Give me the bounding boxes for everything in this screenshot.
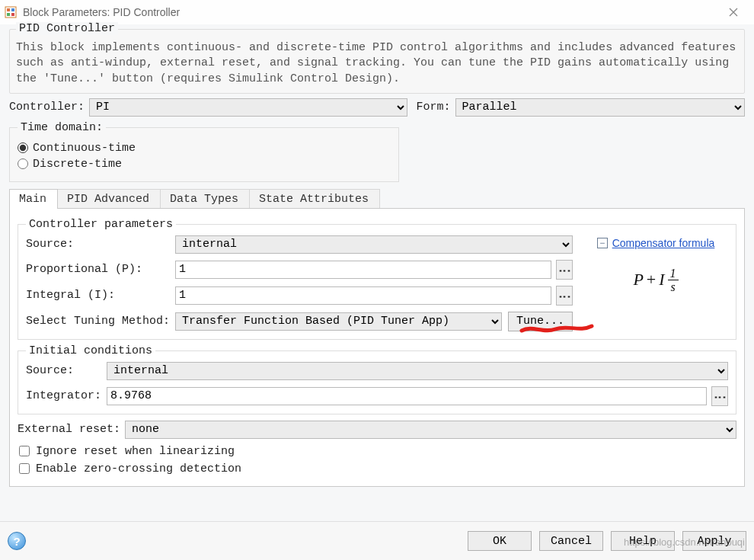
ic-source-label: Source:	[26, 364, 102, 377]
cancel-button[interactable]: Cancel	[539, 531, 603, 551]
bottom-bar: ? OK Cancel Help Apply	[0, 521, 754, 560]
app-icon	[5, 6, 17, 18]
form-select[interactable]: Parallel	[455, 98, 745, 117]
apply-button[interactable]: Apply	[682, 531, 746, 551]
source-select[interactable]: internal	[175, 235, 573, 254]
svg-rect-1	[7, 8, 10, 11]
continuous-time-radio[interactable]	[18, 142, 28, 153]
collapse-icon[interactable]: −	[597, 238, 608, 248]
external-reset-select[interactable]: none	[125, 421, 736, 439]
integrator-more-button[interactable]: ⋮	[711, 386, 728, 406]
tab-strip: Main PID Advanced Data Types State Attri…	[9, 188, 745, 208]
zero-crossing-label: Enable zero-crossing detection	[36, 462, 241, 475]
discrete-time-label: Discrete-time	[33, 158, 122, 171]
ignore-reset-checkbox[interactable]	[19, 446, 30, 456]
svg-rect-2	[11, 8, 14, 11]
ok-button[interactable]: OK	[468, 531, 532, 551]
source-label: Source:	[26, 238, 171, 251]
zero-crossing-checkbox[interactable]	[19, 463, 30, 474]
controller-parameters-legend: Controller parameters	[26, 218, 176, 231]
i-input[interactable]	[175, 286, 551, 305]
initial-conditions-group: Initial conditions Source: internal Inte…	[18, 344, 736, 414]
external-reset-label: External reset:	[18, 423, 120, 436]
ignore-reset-label: Ignore reset when linearizing	[36, 445, 235, 458]
dialog-window: Block Parameters: PID Controller PID Con…	[0, 0, 754, 560]
ic-source-select[interactable]: internal	[107, 362, 728, 380]
p-label: Proportional (P):	[26, 263, 171, 276]
time-domain-legend: Time domain:	[18, 121, 106, 134]
compensator-formula: P + I 1 s	[633, 267, 678, 293]
tab-state-attributes[interactable]: State Attributes	[249, 189, 380, 209]
close-button[interactable]	[717, 2, 749, 22]
header-group: PID Controller This block implements con…	[9, 29, 745, 94]
svg-rect-4	[11, 13, 14, 16]
i-label: Integral (I):	[26, 289, 171, 302]
tab-main[interactable]: Main	[9, 189, 58, 209]
annotation-red-underline	[519, 322, 595, 335]
i-more-button[interactable]: ⋮	[556, 286, 573, 306]
controller-select[interactable]: PI	[89, 98, 407, 117]
form-label: Form:	[417, 101, 451, 114]
tuning-method-label: Select Tuning Method:	[26, 315, 171, 328]
content-area: PID Controller This block implements con…	[0, 24, 754, 487]
integrator-input[interactable]	[107, 387, 707, 405]
controller-label: Controller:	[9, 101, 85, 114]
tab-pid-advanced[interactable]: PID Advanced	[57, 189, 161, 209]
initial-conditions-legend: Initial conditions	[26, 344, 155, 357]
discrete-time-radio[interactable]	[18, 158, 28, 169]
svg-rect-3	[7, 13, 10, 16]
window-title: Block Parameters: PID Controller	[23, 6, 180, 18]
controller-form-row: Controller: PI Form: Parallel	[9, 98, 745, 117]
tab-panel-main: Controller parameters Source: internal P…	[9, 208, 745, 487]
tuning-method-select[interactable]: Transfer Function Based (PID Tuner App)	[175, 312, 502, 331]
compensator-formula-link[interactable]: Compensator formula	[612, 237, 715, 249]
help-button[interactable]: Help	[611, 531, 675, 551]
header-description: This block implements continuous- and di…	[16, 40, 738, 87]
continuous-time-label: Continuous-time	[33, 142, 136, 155]
titlebar: Block Parameters: PID Controller	[0, 0, 754, 24]
tab-data-types[interactable]: Data Types	[160, 189, 250, 209]
help-icon[interactable]: ?	[8, 532, 26, 550]
p-more-button[interactable]: ⋮	[556, 260, 573, 280]
p-input[interactable]	[175, 261, 551, 279]
controller-parameters-group: Controller parameters Source: internal P…	[18, 218, 736, 340]
integrator-label: Integrator:	[26, 389, 102, 402]
header-group-title: PID Controller	[16, 22, 118, 35]
time-domain-group: Time domain: Continuous-time Discrete-ti…	[9, 121, 399, 182]
